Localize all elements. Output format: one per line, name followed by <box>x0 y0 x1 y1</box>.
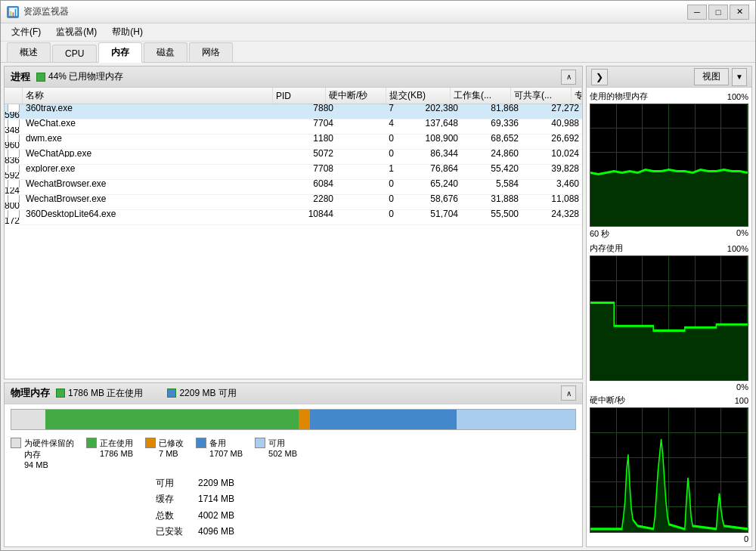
graph-max-label: 100% <box>727 92 748 101</box>
row-checkbox[interactable] <box>5 195 23 203</box>
memory-bar-segment <box>310 410 457 429</box>
tab-overview[interactable]: 概述 <box>7 42 51 62</box>
phys-memory-title: 物理内存 <box>11 386 50 400</box>
th-shared[interactable]: 可共享(... <box>511 88 572 104</box>
row-hd: 0 <box>336 180 397 187</box>
right-nav-button[interactable]: ❯ <box>591 69 608 85</box>
row-workset: 81,868 <box>461 104 522 112</box>
row-workset: 24,860 <box>461 150 522 157</box>
table-body[interactable]: 360tray.exe 7880 7 202,380 81,868 27,272… <box>5 104 582 379</box>
row-workset: 5,584 <box>461 180 522 187</box>
row-workset: 55,420 <box>461 165 522 172</box>
th-name[interactable]: 名称 <box>23 88 273 104</box>
main-window: 📊 资源监视器 ─ □ ✕ 文件(F) 监视器(M) 帮助(H) 概述 CPU … <box>0 0 756 551</box>
graph-svg <box>590 104 748 226</box>
table-row[interactable]: 360DesktopLite64.exe 10844 0 51,704 55,5… <box>5 210 582 225</box>
process-table: 名称 PID 硬中断/秒 提交(KB) 工作集(... 可共享(... 专用(K… <box>5 88 582 379</box>
graph-section: 使用的物理内存 100% 60 秒0% 内存使用 100% 0% 硬中断/秒 1… <box>587 88 751 546</box>
maximize-button[interactable]: □ <box>708 5 728 20</box>
row-hd: 0 <box>336 210 397 218</box>
th-hd[interactable]: 硬中断/秒 <box>326 88 386 104</box>
graph-title-row: 硬中断/秒 100 <box>590 395 748 406</box>
row-hd: 0 <box>336 195 397 203</box>
legend-label-2: 内存 <box>24 449 74 460</box>
row-private: 41,960 <box>5 142 23 150</box>
view-dropdown-button[interactable]: ▼ <box>732 68 747 86</box>
legend-row: 为硬件保留的 <box>11 438 74 449</box>
th-commit[interactable]: 提交(KB) <box>386 88 451 104</box>
legend-label: 可用 <box>268 438 285 449</box>
menu-help[interactable]: 帮助(H) <box>104 24 150 40</box>
tab-cpu[interactable]: CPU <box>52 45 97 62</box>
graph-block: 使用的物理内存 100% 60 秒0% <box>590 91 748 240</box>
left-panel: 进程 44% 已用物理内存 ∧ 名称 PID 硬中断/秒 <box>4 66 583 547</box>
row-commit: 202,380 <box>397 104 461 112</box>
row-checkbox[interactable] <box>5 210 23 218</box>
row-pid: 2280 <box>284 195 336 203</box>
graph-max-label: 100 <box>735 396 748 405</box>
phys-memory-header: 物理内存 1786 MB 正在使用 2209 MB 可用 ∧ <box>5 383 582 404</box>
graph-max-label: 100% <box>727 244 748 253</box>
window-title: 资源监视器 <box>23 5 687 18</box>
table-row[interactable]: WeChatApp.exe 5072 0 86,344 24,860 10,02… <box>5 150 582 165</box>
row-hd: 1 <box>336 165 397 172</box>
table-row[interactable]: explorer.exe 7708 1 76,864 55,420 39,828… <box>5 165 582 180</box>
phys-available-text: 2209 MB 可用 <box>179 387 236 400</box>
process-section-right: ∧ <box>561 70 576 85</box>
view-button[interactable]: 视图 <box>694 68 729 85</box>
tab-disk[interactable]: 磁盘 <box>144 42 187 62</box>
process-status-text: 44% 已用物理内存 <box>48 70 123 83</box>
table-row[interactable]: WechatBrowser.exe 2280 0 58,676 31,888 1… <box>5 195 582 210</box>
th-checkbox <box>5 88 23 104</box>
row-workset: 69,336 <box>461 119 522 127</box>
th-private[interactable]: 专用(KB) <box>572 88 582 104</box>
table-row[interactable]: WechatBrowser.exe 6084 0 65,240 5,584 3,… <box>5 180 582 195</box>
phys-collapse-button[interactable]: ∧ <box>561 385 576 401</box>
menu-monitor[interactable]: 监视器(M) <box>48 24 104 40</box>
graph-title: 硬中断/秒 <box>590 395 625 406</box>
process-section-header: 进程 44% 已用物理内存 ∧ <box>5 67 582 88</box>
process-status-badge: 44% 已用物理内存 <box>36 70 123 83</box>
th-pid[interactable]: PID <box>273 88 326 104</box>
row-checkbox[interactable] <box>5 119 23 127</box>
row-name: WeChat.exe <box>23 119 284 127</box>
row-hd: 0 <box>336 150 397 157</box>
menu-file[interactable]: 文件(F) <box>4 24 48 40</box>
row-pid: 1180 <box>284 135 336 142</box>
tab-memory[interactable]: 内存 <box>98 42 142 63</box>
graph-min-label: 0% <box>736 382 748 392</box>
row-hd: 4 <box>336 119 397 127</box>
table-row[interactable]: WeChat.exe 7704 4 137,648 69,336 40,988 … <box>5 119 582 135</box>
legend-dot <box>145 438 156 448</box>
close-button[interactable]: ✕ <box>730 5 749 20</box>
row-checkbox[interactable] <box>5 180 23 187</box>
memory-legend: 为硬件保留的 内存 94 MB 正在使用 1786 MB 已修改 7 MB 备用… <box>5 435 582 472</box>
row-checkbox[interactable] <box>5 135 23 142</box>
table-row[interactable]: 360tray.exe 7880 7 202,380 81,868 27,272… <box>5 104 582 119</box>
table-row[interactable]: dwm.exe 1180 0 108,900 68,652 26,692 41,… <box>5 135 582 150</box>
row-checkbox[interactable] <box>5 165 23 172</box>
memory-bar-segment <box>457 410 575 429</box>
row-name: dwm.exe <box>23 135 284 142</box>
graph-bottom-row: 60 秒0% <box>590 228 748 240</box>
graph-title-row: 使用的物理内存 100% <box>590 91 748 102</box>
app-icon: 📊 <box>7 6 19 18</box>
title-buttons: ─ □ ✕ <box>687 5 749 20</box>
legend-value: 1707 MB <box>209 449 243 458</box>
row-checkbox[interactable] <box>5 104 23 112</box>
tab-network[interactable]: 网络 <box>189 42 233 62</box>
row-pid: 7880 <box>284 104 336 112</box>
in-use-dot <box>56 388 65 398</box>
process-collapse-button[interactable]: ∧ <box>561 70 576 85</box>
legend-item: 备用 1707 MB <box>196 438 243 469</box>
legend-label: 正在使用 <box>100 438 133 449</box>
legend-row: 正在使用 <box>86 438 133 449</box>
graph-time-label: 60 秒 <box>590 228 609 240</box>
row-checkbox[interactable] <box>5 150 23 157</box>
th-workset[interactable]: 工作集(... <box>451 88 511 104</box>
row-shared: 39,828 <box>522 165 582 172</box>
legend-item: 为硬件保留的 内存 94 MB <box>11 438 74 469</box>
stat-value: 4096 MB <box>198 524 234 540</box>
row-commit: 58,676 <box>397 195 461 203</box>
minimize-button[interactable]: ─ <box>687 5 707 20</box>
